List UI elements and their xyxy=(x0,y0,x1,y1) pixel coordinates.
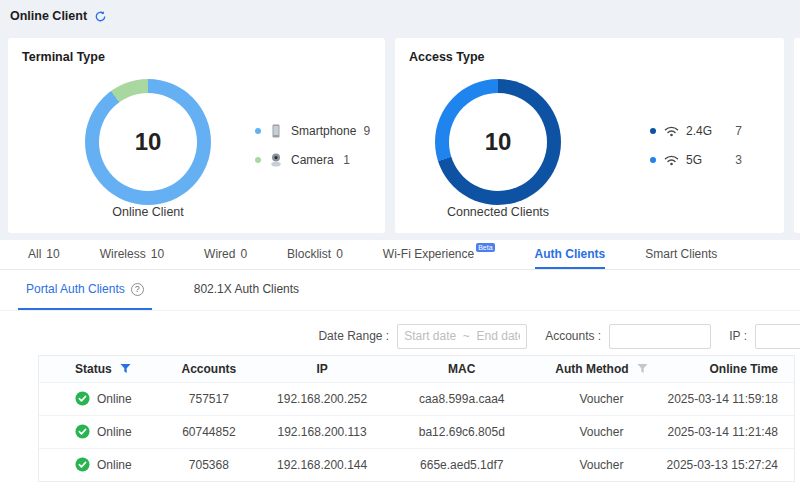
cell-ip: 192.168.200.113 xyxy=(258,415,386,448)
status-badge: Online xyxy=(75,424,160,439)
card-title: Terminal Type xyxy=(22,50,105,64)
tab-wired[interactable]: Wired0 xyxy=(204,240,247,269)
online-check-icon xyxy=(75,391,90,406)
cell-auth-method: Voucher xyxy=(537,382,665,415)
beta-badge: Beta xyxy=(476,243,494,252)
legend-label: 2.4G xyxy=(686,124,712,138)
legend-dot xyxy=(255,128,261,134)
legend-value: 7 xyxy=(735,124,742,138)
column-header-mac: MAC xyxy=(386,356,537,382)
partial-card xyxy=(794,38,800,233)
cell-mac: ba12.69c6.805d xyxy=(386,415,537,448)
column-header-status: Status xyxy=(39,356,160,382)
date-range-label: Date Range : xyxy=(318,329,389,343)
legend-item-smartphone: Smartphone 9 xyxy=(255,123,350,139)
subtab-8021x-auth-clients[interactable]: 802.1X Auth Clients xyxy=(186,270,307,310)
legend-dot xyxy=(255,157,261,163)
online-check-icon xyxy=(75,424,90,439)
legend-label: Smartphone xyxy=(291,124,356,138)
terminal-type-donut-chart: 10 xyxy=(85,79,211,205)
camera-icon xyxy=(268,152,284,168)
table-row[interactable]: Online 705368 192.168.200.144 665e.aed5.… xyxy=(39,448,794,481)
accounts-label: Accounts : xyxy=(545,329,601,343)
table-row[interactable]: Online 60744852 192.168.200.113 ba12.69c… xyxy=(39,415,794,448)
legend-value: 1 xyxy=(343,153,350,167)
cards-row: Terminal Type 10 Online Client Smartphon… xyxy=(8,38,800,233)
donut-center-value: 10 xyxy=(449,93,547,191)
legend-label: Camera xyxy=(291,153,334,167)
clients-panel: All10 Wireless10 Wired0 Blocklist0 Wi-Fi… xyxy=(0,240,800,496)
tab-wifi-experience[interactable]: Wi-Fi Experience Beta xyxy=(383,240,495,269)
cell-auth-method: Voucher xyxy=(537,448,665,481)
table-header-row: Status Accounts IP MAC Auth Method xyxy=(39,356,794,382)
donut-caption: Online Client xyxy=(63,205,233,219)
tab-all[interactable]: All10 xyxy=(28,240,60,269)
cell-online-time: 2025-03-14 11:21:48 xyxy=(666,415,794,448)
tab-auth-clients[interactable]: Auth Clients xyxy=(535,240,606,269)
ip-label: IP : xyxy=(729,329,747,343)
cell-mac: 665e.aed5.1df7 xyxy=(386,448,537,481)
terminal-type-legend: Smartphone 9 Camera 1 xyxy=(255,123,350,168)
cell-auth-method: Voucher xyxy=(537,415,665,448)
card-title: Access Type xyxy=(409,50,485,64)
filter-funnel-icon-active[interactable] xyxy=(120,363,131,374)
cell-accounts: 60744852 xyxy=(160,415,258,448)
status-badge: Online xyxy=(75,391,160,406)
column-header-online-time: Online Time xyxy=(666,356,794,382)
legend-item-2-4g: 2.4G 7 xyxy=(650,123,742,139)
column-header-auth-method: Auth Method xyxy=(537,356,665,382)
legend-label: 5G xyxy=(686,153,702,167)
wifi-icon xyxy=(663,152,679,168)
access-type-donut-chart: 10 xyxy=(435,79,561,205)
status-badge: Online xyxy=(75,457,160,472)
column-header-ip: IP xyxy=(258,356,386,382)
legend-value: 9 xyxy=(363,124,370,138)
donut-caption: Connected Clients xyxy=(413,205,583,219)
help-icon[interactable]: ? xyxy=(131,283,144,296)
ip-input[interactable] xyxy=(755,324,800,349)
cell-accounts: 757517 xyxy=(160,382,258,415)
tab-smart-clients[interactable]: Smart Clients xyxy=(645,240,717,269)
cell-online-time: 2025-03-13 15:27:24 xyxy=(666,448,794,481)
filter-row: Date Range : Accounts : IP : xyxy=(0,323,800,349)
date-range-input[interactable] xyxy=(397,324,527,349)
legend-item-camera: Camera 1 xyxy=(255,152,350,168)
filter-funnel-icon[interactable] xyxy=(637,363,648,374)
accounts-input[interactable] xyxy=(609,324,711,349)
legend-dot xyxy=(650,128,656,134)
cell-mac: caa8.599a.caa4 xyxy=(386,382,537,415)
cell-online-time: 2025-03-14 11:59:18 xyxy=(666,382,794,415)
terminal-type-card: Terminal Type 10 Online Client Smartphon… xyxy=(8,38,385,233)
cell-ip: 192.168.200.144 xyxy=(258,448,386,481)
cell-ip: 192.168.200.252 xyxy=(258,382,386,415)
client-tabs: All10 Wireless10 Wired0 Blocklist0 Wi-Fi… xyxy=(0,240,800,270)
legend-dot xyxy=(650,157,656,163)
smartphone-icon xyxy=(268,123,284,139)
auth-clients-table: Status Accounts IP MAC Auth Method xyxy=(38,355,795,482)
donut-center-value: 10 xyxy=(99,93,197,191)
refresh-icon[interactable] xyxy=(94,10,107,23)
cell-accounts: 705368 xyxy=(160,448,258,481)
auth-subtabs: Portal Auth Clients ? 802.1X Auth Client… xyxy=(0,270,800,311)
column-header-accounts: Accounts xyxy=(160,356,258,382)
subtab-portal-auth-clients[interactable]: Portal Auth Clients ? xyxy=(18,270,152,310)
legend-item-5g: 5G 3 xyxy=(650,152,742,168)
wifi-icon xyxy=(663,123,679,139)
page-title: Online Client xyxy=(10,9,87,23)
tab-blocklist[interactable]: Blocklist0 xyxy=(287,240,343,269)
access-type-card: Access Type 10 Connected Clients 2.4G 7 xyxy=(395,38,784,233)
online-check-icon xyxy=(75,457,90,472)
table-row[interactable]: Online 757517 192.168.200.252 caa8.599a.… xyxy=(39,382,794,415)
legend-value: 3 xyxy=(735,153,742,167)
access-type-legend: 2.4G 7 5G 3 xyxy=(650,123,742,168)
tab-wireless[interactable]: Wireless10 xyxy=(100,240,164,269)
page-header: Online Client xyxy=(10,9,107,23)
